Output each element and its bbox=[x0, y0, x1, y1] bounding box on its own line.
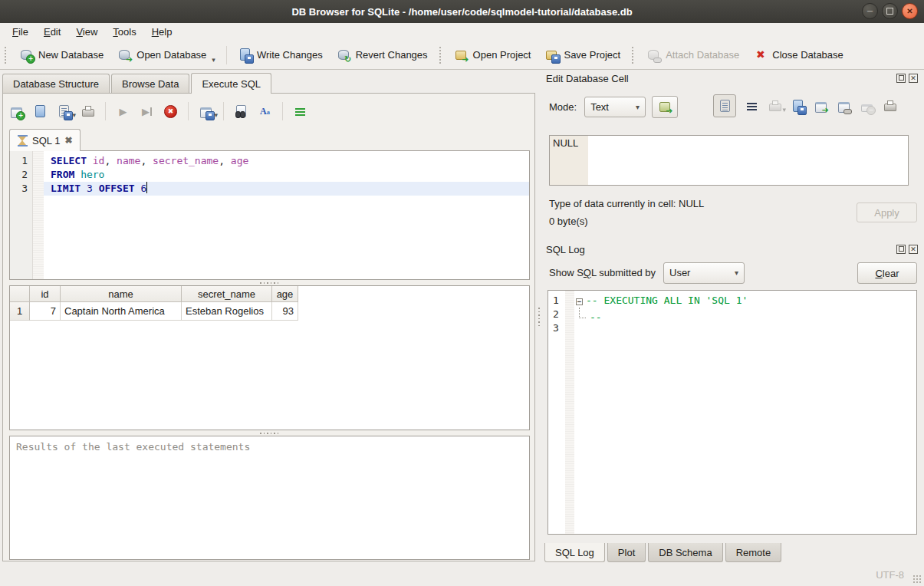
toolbar-drag-handle[interactable] bbox=[5, 47, 8, 64]
mode-value: Text bbox=[590, 101, 609, 113]
edit-cell-close-icon[interactable]: ✕ bbox=[909, 74, 918, 83]
row-header: 1 bbox=[10, 302, 30, 321]
toolbar-drag-handle[interactable] bbox=[439, 47, 442, 64]
open-database-button[interactable]: ➜ Open Database ▾ bbox=[110, 44, 222, 67]
apply-format-button[interactable]: ➜ bbox=[652, 96, 678, 118]
sql1-tab-close-icon[interactable]: ✖ bbox=[64, 135, 72, 146]
cell-secret-name[interactable]: Esteban Rogelios bbox=[182, 302, 272, 321]
menu-tools[interactable]: Tools bbox=[105, 25, 143, 39]
clear-button[interactable]: Clear bbox=[857, 262, 917, 284]
revert-changes-button[interactable]: ↻ Revert Changes bbox=[330, 44, 435, 67]
toolbar-drag-handle[interactable] bbox=[632, 47, 635, 64]
cell-type-info: Type of data currently in cell: NULL bbox=[549, 198, 704, 209]
tab-plot[interactable]: Plot bbox=[607, 543, 646, 562]
tab-browse-data[interactable]: Browse Data bbox=[111, 74, 189, 93]
sql1-tab[interactable]: SQL 1 ✖ bbox=[9, 129, 81, 151]
import-file-button[interactable]: ➜ bbox=[814, 99, 828, 114]
tab-db-schema[interactable]: DB Schema bbox=[648, 543, 722, 562]
window-title: DB Browser for SQLite - /home/user/code/… bbox=[291, 6, 632, 18]
edit-cell-float-icon[interactable] bbox=[896, 74, 906, 83]
sql-log-close-icon[interactable]: ✕ bbox=[909, 245, 918, 254]
open-project-button[interactable]: ➜ Open Project bbox=[447, 44, 538, 67]
new-sql-tab-button[interactable]: + bbox=[9, 104, 24, 119]
column-header-secret-name[interactable]: secret_name bbox=[182, 286, 272, 302]
editor-results-splitter[interactable] bbox=[9, 281, 530, 285]
stop-button[interactable]: ✖ bbox=[163, 104, 178, 119]
save-project-button[interactable]: Save Project bbox=[538, 44, 627, 67]
titlebar[interactable]: DB Browser for SQLite - /home/user/code/… bbox=[0, 0, 924, 24]
word-wrap-button[interactable] bbox=[293, 104, 307, 119]
execute-all-button[interactable]: ▶ bbox=[116, 104, 130, 119]
results-message-pane[interactable]: Results of the last executed statements bbox=[9, 436, 530, 560]
find-button[interactable] bbox=[234, 104, 248, 119]
write-changes-button[interactable]: Write Changes bbox=[231, 44, 330, 67]
submitter-select[interactable]: User ▾ bbox=[663, 262, 745, 284]
save-sql-file-button[interactable]: ▾ bbox=[57, 104, 71, 119]
edit-cell-dock-header[interactable]: Edit Database Cell ✕ bbox=[546, 71, 918, 86]
close-database-button[interactable]: ✖ Close Database bbox=[746, 44, 850, 67]
resize-grip[interactable] bbox=[912, 574, 922, 584]
table-row[interactable]: 1 7 Captain North America Esteban Rogeli… bbox=[10, 302, 529, 321]
tab-database-structure[interactable]: Database Structure bbox=[2, 74, 110, 93]
column-header-age[interactable]: age bbox=[272, 286, 298, 302]
main-vertical-splitter[interactable] bbox=[536, 73, 542, 561]
attach-database-label: Attach Database bbox=[666, 49, 739, 61]
results-grid[interactable]: id name secret_name age 1 7 Captain Nort… bbox=[9, 285, 530, 430]
cell-id[interactable]: 7 bbox=[30, 302, 61, 321]
toolbar-separator bbox=[226, 46, 227, 64]
sql-log-float-icon[interactable] bbox=[896, 245, 906, 254]
column-header-name[interactable]: name bbox=[61, 286, 182, 302]
cell-value: NULL bbox=[553, 137, 578, 149]
maximize-button[interactable] bbox=[882, 3, 898, 19]
cell-age[interactable]: 93 bbox=[272, 302, 298, 321]
tab-remote[interactable]: Remote bbox=[725, 543, 782, 562]
cell-editor[interactable]: NULL bbox=[549, 135, 909, 186]
open-database-dropdown-icon[interactable]: ▾ bbox=[212, 56, 215, 67]
auto-apply-icon: ➜ bbox=[658, 100, 672, 114]
menu-view[interactable]: View bbox=[68, 25, 105, 39]
sql-log-view[interactable]: 1 2 3 −-- EXECUTING ALL IN 'SQL 1' -- bbox=[547, 290, 917, 535]
export-file-button[interactable] bbox=[837, 99, 851, 114]
close-button[interactable]: ✕ bbox=[902, 3, 918, 19]
minimize-button[interactable]: ─ bbox=[862, 3, 878, 19]
attach-database-icon bbox=[646, 48, 661, 62]
mode-select[interactable]: Text ▾ bbox=[584, 97, 646, 117]
print-sql-button[interactable] bbox=[81, 104, 95, 119]
close-database-icon: ✖ bbox=[753, 48, 768, 62]
tab-execute-sql[interactable]: Execute SQL bbox=[191, 73, 271, 94]
encoding-indicator[interactable]: UTF-8 bbox=[876, 569, 904, 581]
save-results-button[interactable]: ▾ bbox=[199, 104, 213, 119]
open-sql-file-button[interactable] bbox=[33, 104, 48, 119]
corner-header[interactable] bbox=[10, 286, 30, 302]
open-project-label: Open Project bbox=[473, 49, 531, 61]
save-as-button[interactable] bbox=[791, 99, 805, 114]
sql-toolbar-separator bbox=[105, 102, 106, 120]
sql-code[interactable]: SELECT id, name, secret_name, age FROM h… bbox=[44, 151, 529, 279]
fold-minus-icon[interactable]: − bbox=[576, 298, 583, 305]
cell-name[interactable]: Captain North America bbox=[61, 302, 182, 321]
new-database-button[interactable]: + New Database bbox=[12, 44, 110, 67]
column-header-id[interactable]: id bbox=[30, 286, 61, 302]
log-line-numbers: 1 2 3 bbox=[548, 291, 565, 534]
save-project-icon bbox=[544, 48, 559, 62]
format-sql-button[interactable]: Aa bbox=[258, 104, 272, 119]
chevron-down-icon: ▾ bbox=[630, 103, 640, 111]
fold-connector bbox=[579, 308, 586, 318]
save-project-label: Save Project bbox=[564, 49, 620, 61]
print-cell-button[interactable] bbox=[883, 99, 897, 114]
menu-help[interactable]: Help bbox=[144, 25, 180, 39]
menu-file[interactable]: File bbox=[5, 25, 36, 39]
sql-editor[interactable]: 1 2 3 SELECT id, name, secret_name, age … bbox=[9, 150, 530, 280]
sql-log-dock-header[interactable]: SQL Log ✕ bbox=[546, 242, 918, 257]
menu-edit[interactable]: Edit bbox=[36, 25, 68, 39]
results-message-splitter[interactable] bbox=[9, 431, 530, 435]
word-wrap-button[interactable] bbox=[745, 99, 759, 114]
cell-size-info: 0 byte(s) bbox=[549, 216, 588, 227]
sql-editor-tab-bar: SQL 1 ✖ bbox=[9, 129, 81, 150]
tab-sql-log[interactable]: SQL Log bbox=[544, 543, 605, 562]
text-mode-button[interactable] bbox=[713, 94, 736, 117]
sql-toolbar-separator bbox=[188, 102, 189, 120]
dock-tab-bar: SQL Log Plot DB Schema Remote bbox=[544, 543, 784, 562]
execute-line-button[interactable]: ▶ bbox=[140, 104, 154, 119]
results-header-row: id name secret_name age bbox=[10, 286, 529, 302]
